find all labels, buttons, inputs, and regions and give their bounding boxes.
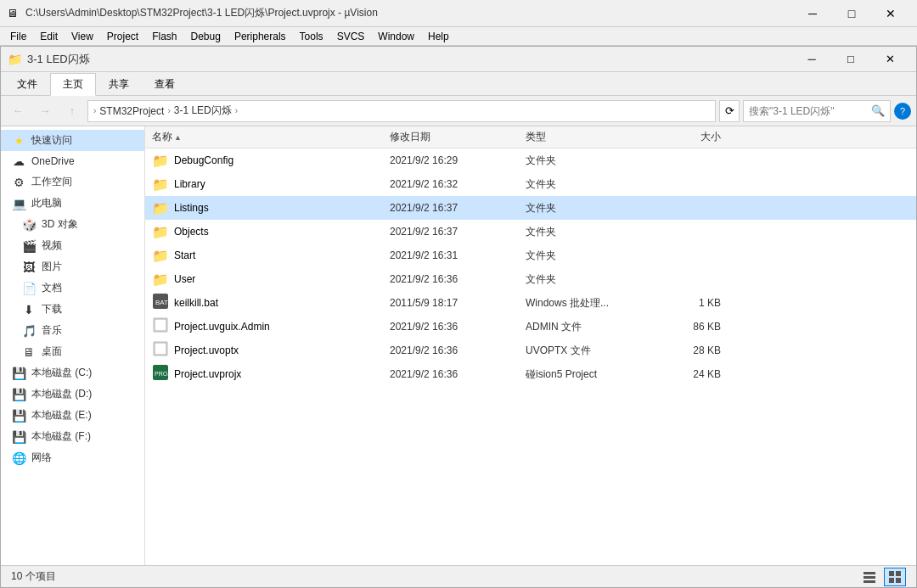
col-header-type[interactable]: 类型 — [526, 130, 653, 144]
sidebar-item-documents[interactable]: 📄 文档 — [1, 277, 144, 299]
explorer-title-bar: 📁 3-1 LED闪烁 ─ □ ✕ — [1, 47, 916, 72]
cube-icon: 🎲 — [21, 218, 37, 232]
explorer-win-controls: ─ □ ✕ — [792, 47, 909, 72]
sidebar-item-drive-d[interactable]: 💾 本地磁盘 (D:) — [1, 384, 144, 405]
sidebar-item-drive-f[interactable]: 💾 本地磁盘 (F:) — [1, 426, 144, 447]
sidebar-item-drive-c[interactable]: 💾 本地磁盘 (C:) — [1, 362, 144, 384]
sidebar-item-this-pc[interactable]: 💻 此电脑 — [1, 193, 144, 214]
menu-debug[interactable]: Debug — [184, 29, 228, 44]
refresh-button[interactable]: ⟳ — [719, 100, 740, 122]
sidebar-item-desktop[interactable]: 🖥 桌面 — [1, 341, 144, 362]
menu-edit[interactable]: Edit — [33, 29, 65, 44]
file-date-keilkill: 2011/5/9 18:17 — [390, 297, 526, 309]
explorer-minimize-btn[interactable]: ─ — [792, 47, 831, 72]
path-arrow-end-icon: › — [235, 106, 238, 115]
sidebar-item-onedrive[interactable]: ☁ OneDrive — [1, 151, 144, 171]
menu-flash[interactable]: Flash — [145, 29, 183, 44]
file-label-listings: Listings — [174, 202, 209, 214]
document-icon: 📄 — [21, 282, 37, 295]
details-view-button[interactable] — [884, 568, 906, 586]
sidebar-item-network[interactable]: 🌐 网络 — [1, 447, 144, 468]
file-row-library[interactable]: 📁 Library 2021/9/2 16:32 文件夹 — [145, 172, 916, 196]
drive-f-icon: 💾 — [11, 430, 26, 444]
list-view-button[interactable] — [858, 568, 880, 586]
col-header-name[interactable]: 名称 ▲ — [152, 130, 390, 144]
sidebar-label-this-pc: 此电脑 — [31, 196, 134, 210]
file-label-user: User — [174, 273, 195, 285]
path-segment-stm32[interactable]: STM32Project — [99, 105, 164, 117]
menu-window[interactable]: Window — [371, 29, 421, 44]
file-row-debugconfig[interactable]: 📁 DebugConfig 2021/9/2 16:29 文件夹 — [145, 148, 916, 172]
file-row-uvguix[interactable]: Project.uvguix.Admin 2021/9/2 16:36 ADMI… — [145, 315, 916, 339]
file-name-library: 📁 Library — [152, 176, 390, 193]
sidebar-item-pictures[interactable]: 🖼 图片 — [1, 256, 144, 277]
gear-icon: ⚙ — [11, 176, 26, 189]
ribbon-tab-file[interactable]: 文件 — [4, 73, 50, 95]
svg-rect-5 — [155, 343, 166, 355]
desktop-icon: 🖥 — [21, 345, 37, 359]
file-list-body: 📁 DebugConfig 2021/9/2 16:29 文件夹 📁 Libra… — [145, 148, 916, 565]
search-box[interactable]: 🔍 — [743, 100, 891, 122]
file-row-objects[interactable]: 📁 Objects 2021/9/2 16:37 文件夹 — [145, 220, 916, 244]
menu-svcs[interactable]: SVCS — [330, 29, 372, 44]
minimize-button[interactable]: ─ — [793, 0, 832, 27]
search-input[interactable] — [749, 105, 868, 117]
menu-help[interactable]: Help — [421, 29, 456, 44]
svg-rect-12 — [896, 571, 901, 576]
sidebar-item-videos[interactable]: 🎬 视频 — [1, 235, 144, 256]
file-type-uvprojx: 碰ision5 Project — [526, 367, 653, 382]
file-row-uvprojx[interactable]: PROJ Project.uvprojx 2021/9/2 16:36 碰isi… — [145, 362, 916, 386]
file-name-uvoptx: Project.uvoptx — [152, 341, 390, 360]
ribbon-tab-share[interactable]: 共享 — [96, 73, 142, 95]
sidebar-item-music[interactable]: 🎵 音乐 — [1, 320, 144, 341]
svg-rect-11 — [889, 571, 894, 576]
file-row-uvoptx[interactable]: Project.uvoptx 2021/9/2 16:36 UVOPTX 文件 … — [145, 339, 916, 362]
menu-peripherals[interactable]: Peripherals — [228, 29, 293, 44]
up-button[interactable]: ↑ — [60, 100, 84, 122]
ribbon-tab-view[interactable]: 查看 — [142, 73, 188, 95]
sidebar-item-quick-access[interactable]: ★ 快速访问 — [1, 130, 144, 151]
svg-text:PROJ: PROJ — [155, 371, 168, 377]
ribbon-tab-home[interactable]: 主页 — [50, 73, 96, 96]
sidebar-item-3d-objects[interactable]: 🎲 3D 对象 — [1, 214, 144, 235]
file-row-user[interactable]: 📁 User 2021/9/2 16:36 文件夹 — [145, 267, 916, 291]
folder-icon: 📁 — [152, 272, 169, 288]
address-path[interactable]: › STM32Project › 3-1 LED闪烁 › — [87, 100, 716, 122]
col-header-date[interactable]: 修改日期 — [390, 130, 526, 144]
sidebar-item-workspace[interactable]: ⚙ 工作空间 — [1, 171, 144, 193]
sidebar-label-network: 网络 — [31, 451, 134, 465]
sidebar-label-music: 音乐 — [42, 323, 134, 338]
sidebar-label-drive-f: 本地磁盘 (F:) — [31, 429, 134, 444]
path-segment-led[interactable]: 3-1 LED闪烁 — [174, 104, 232, 118]
file-row-keilkill[interactable]: BAT keilkill.bat 2011/5/9 18:17 Windows … — [145, 291, 916, 315]
app-title: C:\Users\Admin\Desktop\STM32Project\3-1 … — [25, 6, 793, 20]
explorer-close-btn[interactable]: ✕ — [870, 47, 909, 72]
menu-project[interactable]: Project — [100, 29, 145, 44]
menu-file[interactable]: File — [3, 29, 33, 44]
file-type-start: 文件夹 — [526, 249, 653, 263]
file-size-keilkill: 1 KB — [653, 297, 721, 309]
explorer-maximize-btn[interactable]: □ — [831, 47, 870, 72]
sidebar-label-desktop: 桌面 — [42, 344, 134, 359]
svg-rect-10 — [864, 580, 875, 583]
forward-button[interactable]: → — [33, 100, 57, 122]
svg-rect-8 — [864, 572, 875, 574]
explorer-window: 📁 3-1 LED闪烁 ─ □ ✕ 文件 主页 共享 查看 ← → ↑ › ST… — [0, 46, 917, 588]
close-button[interactable]: ✕ — [871, 0, 910, 27]
menu-tools[interactable]: Tools — [293, 29, 330, 44]
file-label-library: Library — [174, 178, 205, 190]
sidebar-item-downloads[interactable]: ⬇ 下载 — [1, 299, 144, 320]
file-row-listings[interactable]: 📁 Listings 2021/9/2 16:37 文件夹 — [145, 196, 916, 220]
file-row-start[interactable]: 📁 Start 2021/9/2 16:31 文件夹 — [145, 244, 916, 267]
menu-view[interactable]: View — [65, 29, 100, 44]
drive-c-icon: 💾 — [11, 367, 26, 380]
back-button[interactable]: ← — [6, 100, 30, 122]
help-button[interactable]: ? — [894, 103, 911, 120]
col-header-size[interactable]: 大小 — [653, 130, 721, 144]
sidebar-item-drive-e[interactable]: 💾 本地磁盘 (E:) — [1, 405, 144, 426]
maximize-button[interactable]: □ — [832, 0, 871, 27]
sidebar-label-videos: 视频 — [42, 238, 134, 253]
sidebar-label-drive-d: 本地磁盘 (D:) — [31, 387, 134, 401]
file-list-header: 名称 ▲ 修改日期 类型 大小 — [145, 126, 916, 148]
drive-d-icon: 💾 — [11, 388, 26, 401]
